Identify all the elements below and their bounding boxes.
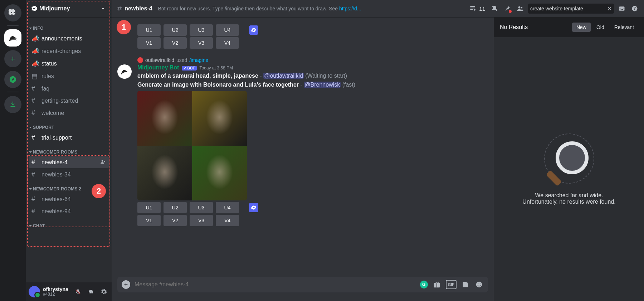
u2-button[interactable]: U2: [164, 24, 187, 36]
inbox-button[interactable]: [617, 4, 627, 14]
upscale-row-2: U1 U2 U3 U4: [137, 202, 488, 213]
message-scroll[interactable]: U1 U2 U3 U4 V1 V2 V3 V4 outlawtrailkid u…: [112, 17, 494, 277]
reroll-button[interactable]: [242, 202, 265, 213]
category-support[interactable]: SUPPORT: [26, 119, 112, 131]
annotation-marker-2: 2: [92, 184, 106, 198]
tab-relevant[interactable]: Relevant: [610, 23, 638, 32]
user-settings-button[interactable]: [99, 287, 109, 297]
server-midjourney[interactable]: [4, 29, 21, 47]
v3-button[interactable]: V3: [190, 37, 213, 49]
threads-count: 11: [479, 6, 485, 12]
hash-icon: #: [31, 109, 39, 117]
megaphone-icon: 📣: [31, 60, 39, 68]
svg-rect-11: [249, 203, 258, 212]
topic-link[interactable]: https://d...: [339, 6, 361, 11]
tab-old[interactable]: Old: [592, 23, 609, 32]
channel-newbies-34[interactable]: #newbies-34: [29, 169, 109, 180]
mention-brennowisk[interactable]: @Brennowisk: [304, 82, 341, 88]
channel-status[interactable]: 📣status: [29, 58, 109, 70]
channel-faq[interactable]: #faq: [29, 83, 109, 94]
bot-avatar[interactable]: [117, 64, 132, 79]
channel-announcements[interactable]: 📣announcements: [29, 33, 109, 45]
dm-home-button[interactable]: [4, 4, 21, 21]
svg-point-16: [478, 283, 478, 284]
pinned-messages-button[interactable]: [502, 4, 512, 14]
channel-trial-support[interactable]: #trial-support: [29, 132, 109, 144]
svg-point-2: [102, 160, 103, 162]
variations-row-2: V1 V2 V3 V4: [137, 215, 488, 226]
megaphone-icon: 📣: [31, 35, 39, 43]
search-box[interactable]: ✕: [528, 4, 614, 14]
image-cell-1: [137, 91, 192, 146]
channel-welcome[interactable]: #welcome: [29, 107, 109, 119]
u1-button[interactable]: U1: [137, 202, 161, 213]
channel-topic[interactable]: Bot room for new users. Type /imagine th…: [158, 6, 465, 11]
category-chat[interactable]: CHAT: [26, 218, 112, 230]
channel-recent-changes[interactable]: 📣recent-changes: [29, 45, 109, 57]
self-avatar[interactable]: [29, 286, 40, 297]
category-newcomer-rooms[interactable]: NEWCOMER ROOMS: [26, 144, 112, 156]
v2-button[interactable]: V2: [164, 37, 187, 49]
help-button[interactable]: ?: [630, 4, 640, 14]
image-cell-3: [137, 146, 192, 200]
u4-button[interactable]: U4: [216, 202, 239, 213]
threads-button[interactable]: [468, 4, 478, 14]
notifications-button[interactable]: [489, 4, 499, 14]
v3-button[interactable]: V3: [190, 215, 213, 226]
message-input[interactable]: + G GIF: [117, 277, 488, 292]
channel-sidebar: 1 2 Midjourney INFO 📣announcements 📣rece…: [26, 0, 112, 301]
download-apps-button[interactable]: [4, 96, 21, 113]
user-panel: ofkrystyna #4812: [26, 282, 112, 301]
member-list-button[interactable]: [515, 4, 525, 14]
server-header[interactable]: Midjourney: [26, 0, 112, 17]
pin-indicator: [509, 10, 512, 13]
deafen-button[interactable]: [86, 287, 96, 297]
v1-button[interactable]: V1: [137, 215, 161, 226]
clear-search-icon[interactable]: ✕: [607, 5, 612, 12]
explore-servers-button[interactable]: [4, 71, 21, 88]
image-cell-4: [192, 146, 247, 200]
attach-button[interactable]: +: [122, 280, 130, 289]
server-separator: [7, 92, 19, 92]
upscale-row: U1 U2 U3 U4: [137, 24, 488, 36]
channel-newbies-94[interactable]: #newbies-94: [29, 205, 109, 217]
search-input[interactable]: [530, 6, 605, 11]
channel-rules[interactable]: ▤rules: [29, 70, 109, 82]
channel-newbies-4[interactable]: #newbies-4: [29, 156, 109, 168]
v4-button[interactable]: V4: [216, 215, 239, 226]
hash-icon: #: [31, 97, 39, 105]
reroll-button[interactable]: [242, 24, 265, 36]
u4-button[interactable]: U4: [216, 24, 239, 36]
gif-button[interactable]: GIF: [446, 280, 457, 289]
tab-new[interactable]: New: [572, 23, 591, 32]
grammarly-icon[interactable]: G: [420, 281, 428, 288]
bot-username[interactable]: Midjourney Bot: [137, 64, 179, 71]
sticker-button[interactable]: [461, 280, 470, 289]
generated-image-grid[interactable]: [137, 91, 247, 200]
channel-scroll[interactable]: INFO 📣announcements 📣recent-changes 📣sta…: [26, 17, 112, 282]
channel-getting-started[interactable]: #getting-started: [29, 95, 109, 107]
mute-mic-button[interactable]: [73, 287, 83, 297]
add-server-button[interactable]: +: [4, 50, 21, 67]
annotation-marker-1: 1: [117, 20, 131, 34]
hash-icon: #: [31, 171, 39, 178]
hash-icon: #: [31, 85, 39, 92]
u2-button[interactable]: U2: [164, 202, 187, 213]
svg-point-15: [476, 282, 482, 288]
reply-context[interactable]: outlawtrailkid used /imagine: [137, 57, 488, 63]
v4-button[interactable]: V4: [216, 37, 239, 49]
category-info[interactable]: INFO: [26, 20, 112, 32]
u3-button[interactable]: U3: [190, 202, 213, 213]
self-name-block[interactable]: ofkrystyna #4812: [43, 287, 70, 297]
create-invite-icon[interactable]: [100, 159, 106, 166]
v1-button[interactable]: V1: [137, 37, 161, 49]
reply-username: outlawtrailkid: [145, 57, 174, 63]
u3-button[interactable]: U3: [190, 24, 213, 36]
emoji-button[interactable]: [474, 280, 484, 289]
u1-button[interactable]: U1: [137, 24, 161, 36]
v2-button[interactable]: V2: [164, 215, 187, 226]
mention-outlawtrailkid[interactable]: @outlawtrailkid: [263, 73, 304, 79]
gift-button[interactable]: [432, 280, 441, 289]
message-textbox[interactable]: [135, 281, 416, 288]
message-timestamp: Today at 3:58 PM: [200, 65, 233, 71]
